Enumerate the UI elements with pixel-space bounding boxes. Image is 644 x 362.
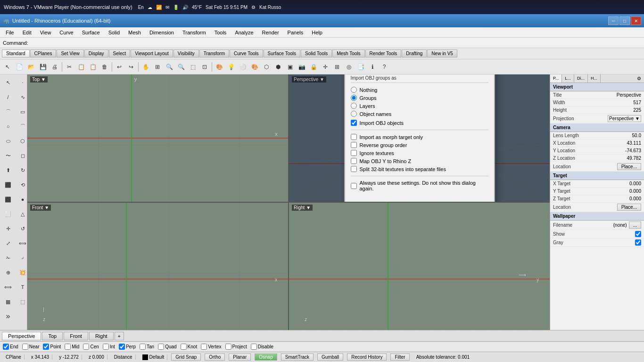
cylinder-tool[interactable]: ⬜ [1,207,15,221]
panel-tab-display[interactable]: Di... [574,74,588,82]
gumball-button[interactable]: Gumball [317,354,343,361]
toolbar-tab-viewport-layout[interactable]: Viewport Layout [131,49,173,58]
radio-nothing[interactable]: Nothing [351,87,488,93]
render-icon[interactable]: 🎨 [214,61,225,73]
join-tool[interactable]: ⊕ [1,266,15,279]
ortho-button[interactable]: Ortho [205,354,225,361]
scale-tool[interactable]: ⤢ [1,237,15,250]
radio-groups[interactable]: Groups [351,95,488,101]
osnap-disable-checkbox[interactable] [251,344,257,350]
shaded-icon[interactable]: ⬢ [272,61,284,73]
more-tools[interactable]: » [1,310,15,323]
color-icon[interactable]: 🎨 [249,61,260,73]
panel-tab-help[interactable]: H... [588,74,601,82]
polyline-tool[interactable]: ⌒ [1,105,15,118]
toolbar-tab-standard[interactable]: Standard [2,49,30,58]
wallpaper-gray-checkbox[interactable] [635,239,641,246]
osnap-point[interactable]: Point [43,344,61,350]
menu-transform[interactable]: Transform [179,29,210,36]
osnap-quad-checkbox[interactable] [158,344,164,350]
hatch-tool[interactable]: ▦ [1,295,15,308]
menu-render[interactable]: Render [258,29,283,36]
osnap-perp[interactable]: Perp [119,344,136,350]
toolbar-tab-drafting[interactable]: Drafting [402,49,427,58]
loft-tool[interactable]: ⬛ [1,178,15,191]
toolbar-tab-select[interactable]: Select [109,49,131,58]
osnap-icon[interactable]: ◎ [343,61,355,73]
new-icon[interactable]: 📄 [14,61,25,73]
menu-panels[interactable]: Panels [284,29,307,36]
rendered-icon[interactable]: ▣ [284,61,296,73]
text-tool[interactable]: T [16,280,27,294]
select-tool[interactable]: ↖ [1,76,15,89]
radio-object-names[interactable]: Object names [351,111,488,117]
freeform-tool[interactable]: 〜 [1,149,15,162]
circle-tool[interactable]: ○ [1,120,15,133]
viewport-top-label[interactable]: Top ▼ [30,76,48,82]
arrow-tool-icon[interactable]: ↖ [2,61,13,73]
window-controls[interactable]: ─ □ ✕ [608,16,641,25]
toolbar-tab-setview[interactable]: Set View [57,49,83,58]
sphere-tool[interactable]: ● [16,193,27,206]
minimize-button[interactable]: ─ [608,16,619,25]
radio-object-names-input[interactable] [351,111,357,117]
osnap-perp-checkbox[interactable] [119,344,125,350]
reverse-group-checkbox[interactable] [351,142,357,148]
radio-groups-input[interactable] [351,95,357,101]
osnap-tan-checkbox[interactable] [140,344,146,350]
wallpaper-browse-button[interactable]: ... [629,222,641,229]
zoom-out-icon[interactable]: 🔍 [175,61,187,73]
material-icon[interactable]: ⚪ [237,61,248,73]
add-viewport-button[interactable]: + [115,332,124,340]
layer-icon[interactable]: 📑 [355,61,366,73]
menu-curve[interactable]: Curve [56,29,77,36]
osnap-cen-checkbox[interactable] [83,344,89,350]
checkbox-morph-target[interactable]: Import as morph target only [351,134,488,140]
bottom-tab-perspective[interactable]: Perspective [2,332,41,340]
always-use-checkbox[interactable] [351,183,357,189]
ellipse-tool[interactable]: ⬭ [1,134,15,148]
panel-tab-properties[interactable]: P... [550,74,562,82]
checkbox-split-textures[interactable]: Split 32-bit textures into separate file… [351,166,488,172]
radio-layers-input[interactable] [351,103,357,109]
zoom-in-icon[interactable]: 🔍 [164,61,175,73]
osnap-knot-checkbox[interactable] [181,344,187,350]
osnap-tan[interactable]: Tan [140,344,154,350]
osnap-end[interactable]: End [3,344,18,350]
viewport-top[interactable]: Top ▼ [27,74,288,202]
line-tool[interactable]: / [1,90,15,104]
smart-track-button[interactable]: SmartTrack [281,354,314,361]
osnap-toggle-button[interactable]: Osnap [255,354,277,361]
object-properties-icon[interactable]: ℹ [367,61,378,73]
cut-icon[interactable]: ✂ [64,61,75,73]
viewport-right-label[interactable]: Right ▼ [292,205,313,211]
bottom-tab-top[interactable]: Top [42,332,63,340]
viewport-projection-value[interactable]: Perspective ▼ [608,115,641,122]
menu-dimension[interactable]: Dimension [146,29,178,36]
menu-solid[interactable]: Solid [105,29,124,36]
delete-icon[interactable]: 🗑 [99,61,110,73]
menu-view[interactable]: View [36,29,55,36]
viewport-front-label[interactable]: Front ▼ [30,205,51,211]
toolbar-tab-surface-tools[interactable]: Surface Tools [264,49,300,58]
toolbar-tab-new-v5[interactable]: New in V5 [427,49,457,58]
wireframe-icon[interactable]: ⬡ [261,61,272,73]
checkbox-reverse-group[interactable]: Reverse group order [351,142,488,148]
move-tool[interactable]: ✛ [1,222,15,235]
toolbar-tab-solid-tools[interactable]: Solid Tools [301,49,332,58]
revolve-tool[interactable]: ↻ [16,164,27,177]
toolbar-tab-display[interactable]: Display [84,49,108,58]
osnap-mid[interactable]: Mid [65,344,79,350]
bottom-tab-front[interactable]: Front [64,332,88,340]
cone-tool[interactable]: △ [16,207,27,221]
trim-tool[interactable]: ✁ [1,251,15,264]
polygon-tool[interactable]: ⬡ [16,134,27,148]
lock-icon[interactable]: 🔒 [308,61,319,73]
menu-surface[interactable]: Surface [78,29,104,36]
menu-tools[interactable]: Tools [211,29,231,36]
toolbar-tab-mesh-tools[interactable]: Mesh Tools [332,49,364,58]
sweep1-tool[interactable]: ⟲ [16,178,27,191]
camera-icon[interactable]: 📷 [296,61,307,73]
radio-nothing-input[interactable] [351,87,357,93]
osnap-end-checkbox[interactable] [3,344,9,350]
